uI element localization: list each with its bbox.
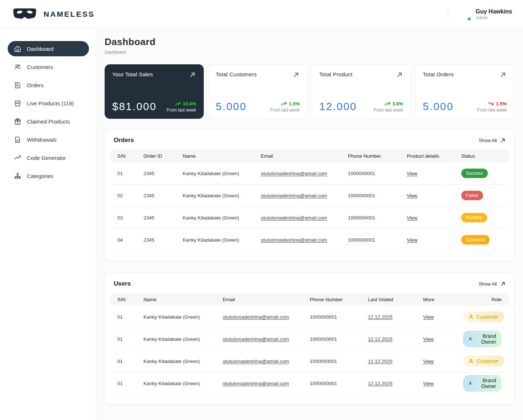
sidebar-item-orders[interactable]: Orders xyxy=(8,77,89,93)
view-user-link[interactable]: View xyxy=(423,381,434,386)
trend-line-icon xyxy=(14,154,21,162)
top-bar: NAMELESS Guy Hawkins Admin xyxy=(0,0,523,29)
status-badge: Success xyxy=(461,169,488,178)
trending-up-icon xyxy=(385,101,390,106)
status-badge: Failed xyxy=(461,191,483,200)
table-row: 03 2345 Kanky Kitadakate (Green) otutulo… xyxy=(110,207,509,229)
orders-show-all-link[interactable]: Show All xyxy=(479,137,506,144)
view-product-link[interactable]: View xyxy=(407,171,417,176)
trend-note: From last week xyxy=(477,108,507,113)
stat-card-value: 5.000 xyxy=(216,101,247,113)
stat-card-total-customers: Total Customers 5.000 1.5% From last wee… xyxy=(208,64,307,119)
status-badge: Pending xyxy=(461,213,487,222)
stats-row: Your Total Sales $81.000 10.6% From last… xyxy=(105,64,514,119)
arrow-up-right-icon xyxy=(500,137,506,144)
sidebar-item-label: Live Products (119) xyxy=(27,100,74,106)
sidebar-item-claimed-products[interactable]: Claimed Products xyxy=(8,114,89,129)
stat-card-total-orders: Total Orders 5.000 1.5% From last week xyxy=(415,64,514,119)
trend-down: 1.5% xyxy=(488,101,507,106)
email-link[interactable]: otutuloroadeshina@gmail.com xyxy=(223,336,289,342)
users-panel: Users Show All S/N Name Email Phone Numb… xyxy=(105,272,514,404)
orders-panel: Orders Show All S/N Order ID Name Email … xyxy=(105,129,514,261)
stat-card-title: Total Product xyxy=(319,71,352,77)
stat-card-title: Your Total Sales xyxy=(112,71,153,77)
brand-logo[interactable]: NAMELESS xyxy=(11,7,95,21)
person-icon xyxy=(469,336,472,342)
mask-icon xyxy=(11,7,38,21)
trend-note: From last week xyxy=(374,108,403,113)
arrow-up-right-icon[interactable] xyxy=(499,71,507,78)
sidebar: Dashboard Customers Orders Live Products… xyxy=(0,29,96,420)
trend-up: 1.5% xyxy=(281,101,300,106)
view-user-link[interactable]: View xyxy=(423,314,434,320)
arrow-up-right-icon xyxy=(500,281,506,287)
document-icon xyxy=(14,136,21,144)
person-icon xyxy=(469,314,474,319)
arrow-up-right-icon[interactable] xyxy=(292,71,300,78)
last-visited-link[interactable]: 12.12.2025 xyxy=(368,336,393,342)
stat-card-title: Total Customers xyxy=(216,71,257,77)
sidebar-item-dashboard[interactable]: Dashboard xyxy=(8,41,89,56)
stat-card-title: Total Orders xyxy=(423,71,454,77)
email-link[interactable]: otutuloroadeshina@gmail.com xyxy=(261,193,327,198)
sidebar-item-categories[interactable]: Categories xyxy=(8,168,89,183)
view-product-link[interactable]: View xyxy=(407,215,417,221)
table-row: 01 Kanky Kitadakate (Green) otutuloroade… xyxy=(110,306,509,328)
trend-up: 3.6% xyxy=(385,101,403,106)
sidebar-item-label: Categories xyxy=(27,173,53,179)
status-badge: Canceled xyxy=(461,235,490,245)
orders-panel-title: Orders xyxy=(114,137,134,144)
stat-card-value: 5.000 xyxy=(423,101,454,113)
table-row: 01 Kanky Kitadakate (Green) otutuloroade… xyxy=(110,350,509,372)
header-divider xyxy=(448,7,448,21)
sidebar-item-label: Claimed Products xyxy=(27,118,70,125)
user-name: Guy Hawkins xyxy=(476,8,512,15)
arrow-up-right-icon[interactable] xyxy=(189,71,196,78)
role-badge: Customer xyxy=(463,356,504,367)
brand-name: NAMELESS xyxy=(44,10,95,19)
gift-icon xyxy=(14,118,21,125)
email-link[interactable]: otutuloroadeshina@gmail.com xyxy=(223,314,289,320)
arrow-up-right-icon[interactable] xyxy=(396,71,403,78)
last-visited-link[interactable]: 12.12.2025 xyxy=(368,314,393,320)
user-menu[interactable]: Guy Hawkins Admin xyxy=(448,7,512,21)
sidebar-item-code-generator[interactable]: Code Generator xyxy=(8,150,89,165)
breadcrumb: Dashboard xyxy=(105,50,514,55)
stat-card-value: 12.000 xyxy=(319,101,357,113)
sidebar-item-withdrawals[interactable]: Withdrawals xyxy=(8,132,89,147)
main-content: Dashboard Dashboard Your Total Sales $81… xyxy=(96,29,523,420)
sidebar-item-live-products[interactable]: Live Products (119) xyxy=(8,96,89,111)
home-icon xyxy=(14,45,21,53)
view-user-link[interactable]: View xyxy=(423,359,434,364)
avatar xyxy=(456,7,471,21)
email-link[interactable]: otutuloroadeshina@gmail.com xyxy=(261,215,327,221)
table-row: 04 2345 Kanky Kitadakate (Green) otutulo… xyxy=(110,229,509,251)
users-panel-title: Users xyxy=(114,280,131,287)
view-product-link[interactable]: View xyxy=(407,237,417,243)
table-row: 01 Kanky Kitadakate (Green) otutuloroade… xyxy=(110,328,509,350)
view-product-link[interactable]: View xyxy=(407,193,417,198)
last-visited-link[interactable]: 12.12.2025 xyxy=(368,381,393,386)
users-table-header: S/N Name Email Phone Number Last Visited… xyxy=(110,293,509,306)
trending-down-icon xyxy=(488,101,494,106)
person-icon xyxy=(469,359,474,364)
users-icon xyxy=(14,63,21,71)
last-visited-link[interactable]: 12.12.2025 xyxy=(368,359,393,364)
email-link[interactable]: otutuloroadeshina@gmail.com xyxy=(223,359,289,364)
email-link[interactable]: otutuloroadeshina@gmail.com xyxy=(261,171,327,176)
trending-up-icon xyxy=(281,101,287,106)
sidebar-item-label: Customers xyxy=(27,64,53,70)
trend-up: 10.6% xyxy=(175,101,196,106)
email-link[interactable]: otutuloroadeshina@gmail.com xyxy=(261,237,327,243)
view-user-link[interactable]: View xyxy=(423,336,434,342)
trend-note: From last week xyxy=(270,108,300,113)
online-status-dot xyxy=(467,17,471,21)
email-link[interactable]: otutuloroadeshina@gmail.com xyxy=(223,381,289,386)
sidebar-item-customers[interactable]: Customers xyxy=(8,59,89,74)
users-show-all-link[interactable]: Show All xyxy=(479,281,506,287)
sidebar-item-label: Orders xyxy=(27,82,44,88)
trending-up-icon xyxy=(175,101,181,106)
table-row: 01 2345 Kanky Kitadakate (Green) otutulo… xyxy=(110,162,509,185)
table-row: 01 Kanky Kitadakate (Green) otutuloroade… xyxy=(110,372,509,395)
trend-note: From last week xyxy=(167,108,196,113)
